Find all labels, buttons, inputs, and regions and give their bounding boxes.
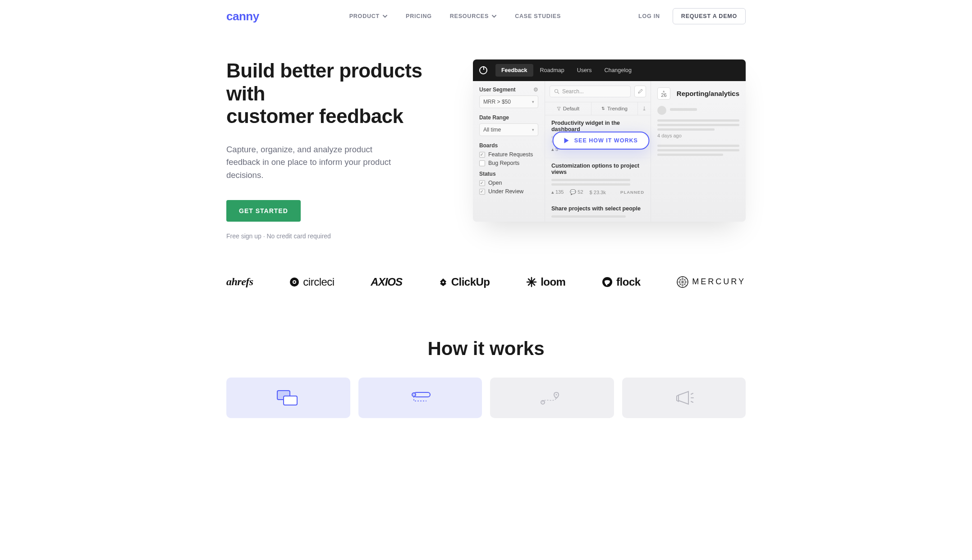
logos-row: ahrefs circleci AXIOS ClickUp loom flock… [215,276,757,288]
post-meta: ▴ 135 💬 52 $ 23.3k PLANNED [551,189,644,195]
request-demo-button[interactable]: REQUEST A DEMO [673,8,746,24]
date-range-label: Date Range [479,114,538,121]
logo-mercury: MERCURY [677,276,746,288]
how-card-3[interactable] [490,378,614,418]
circleci-icon [289,277,299,287]
comments-count: 💬 52 [570,189,583,195]
nav-pricing-label: PRICING [406,13,432,19]
mockup-sidebar: User Segment ⚙ MRR > $50 ▾ Date Range Al… [473,81,545,222]
nav-pricing[interactable]: PRICING [406,13,432,19]
filter-default[interactable]: Default [545,102,591,115]
filter-icon [557,107,561,111]
logo-axios: AXIOS [371,276,402,288]
post-title: Share projects with select people [551,205,644,212]
gear-icon[interactable]: ⚙ [533,87,538,93]
hero-left: Build better products with customer feed… [226,59,455,240]
how-it-works-title: How it works [0,338,972,360]
compose-button[interactable] [634,86,646,97]
how-it-works-cards [215,378,757,418]
checkbox-icon: ✓ [479,152,485,158]
date-range-select[interactable]: All time ▾ [479,123,538,136]
status-open[interactable]: ✓ Open [479,180,538,186]
skeleton-line [551,183,630,186]
logo-clickup: ClickUp [439,276,490,288]
svg-point-15 [412,393,416,396]
chevron-down-icon: ▾ [532,127,534,132]
how-card-4[interactable] [622,378,746,418]
tab-changelog[interactable]: Changelog [598,64,637,77]
skeleton-line [551,215,626,218]
skeleton-line [657,124,739,126]
tab-users[interactable]: Users [571,64,598,77]
checkbox-icon: ✓ [479,180,485,186]
search-input[interactable]: Search... [550,86,631,97]
mrr-value: $ 23.3k [590,190,606,195]
sort-icon: ⇅ [601,106,605,111]
analyze-card-icon [407,389,434,407]
votes-count: ▴ 135 [551,189,564,195]
vote-button[interactable]: 26 [657,87,670,100]
hero-note: Free sign up · No credit card required [226,232,455,240]
chevron-down-icon [491,14,497,19]
mockup-body: User Segment ⚙ MRR > $50 ▾ Date Range Al… [473,81,746,222]
detail-time: 4 days ago [657,133,739,138]
post-title: Customization options to project views [551,163,644,175]
roadmap-card-icon [538,389,565,407]
feedback-post[interactable]: Customization options to project views ▴… [545,158,651,201]
nav-resources[interactable]: RESOURCES [450,13,497,19]
loom-icon [526,277,537,287]
brand-logo[interactable]: canny [226,9,259,23]
skeleton-line [657,119,739,122]
logo-flock: flock [602,276,641,288]
nav-resources-label: RESOURCES [450,13,489,19]
logo-loom: loom [526,276,565,288]
sort-trending[interactable]: ⇅ Trending [591,102,638,115]
chevron-down-icon: ▾ [532,100,534,104]
how-card-2[interactable] [358,378,482,418]
user-segment-header: User Segment ⚙ [479,87,538,93]
filter-row: Default ⇅ Trending ⤓ [545,102,651,115]
how-card-1[interactable] [226,378,350,418]
vote-box: 26 Reporting/analytics [657,87,739,100]
status-label: Status [479,171,538,177]
nav-case-studies[interactable]: CASE STUDIES [515,13,561,19]
nav-product-label: PRODUCT [349,13,380,19]
detail-title: Reporting/analytics [677,90,739,97]
svg-point-17 [556,394,557,395]
chevron-down-icon [382,14,388,19]
skeleton-line [670,108,697,111]
skeleton-line [657,149,739,151]
nav-center: PRODUCT PRICING RESOURCES CASE STUDIES [349,13,561,19]
mockup-logo-icon [479,66,487,74]
status-tag: PLANNED [620,190,644,195]
flock-icon [602,277,613,287]
download-button[interactable]: ⤓ [638,102,651,115]
svg-rect-13 [284,396,297,405]
get-started-button[interactable]: GET STARTED [226,200,301,222]
login-link[interactable]: LOG IN [638,13,660,19]
tab-feedback[interactable]: Feedback [495,64,533,77]
nav-case-studies-label: CASE STUDIES [515,13,561,19]
logo-circleci: circleci [289,276,334,288]
nav-product[interactable]: PRODUCT [349,13,388,19]
main-toolbar: Search... [545,81,651,102]
skeleton-line [551,179,630,181]
see-how-it-works-button[interactable]: SEE HOW IT WORKS [553,132,650,150]
skeleton-line [657,128,715,131]
mercury-icon [677,276,688,288]
play-icon [564,138,569,143]
logo-ahrefs: ahrefs [226,276,253,288]
mockup-topbar: Feedback Roadmap Users Changelog [473,59,746,81]
search-icon [554,89,559,94]
hero-right: Feedback Roadmap Users Changelog User Se… [473,59,746,240]
svg-rect-14 [414,392,430,397]
board-bug-reports[interactable]: Bug Reports [479,160,538,166]
status-under-review[interactable]: ✓ Under Review [479,188,538,195]
announce-card-icon [670,389,697,407]
tab-roadmap[interactable]: Roadmap [534,64,570,77]
feedback-post[interactable]: Share projects with select people [545,201,651,222]
boards-label: Boards [479,142,538,149]
nav-right: LOG IN REQUEST A DEMO [638,8,746,24]
user-segment-select[interactable]: MRR > $50 ▾ [479,96,538,108]
board-feature-requests[interactable]: ✓ Feature Requests [479,151,538,158]
